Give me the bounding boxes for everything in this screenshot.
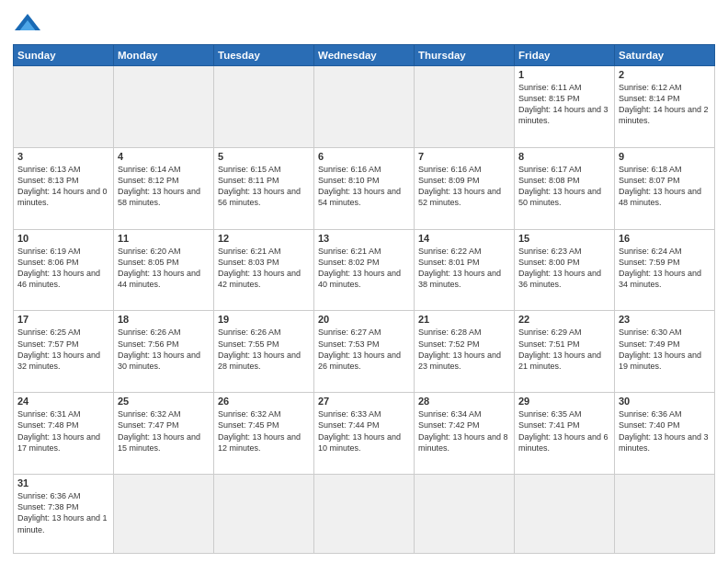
day-info: Sunrise: 6:22 AM Sunset: 8:01 PM Dayligh…: [418, 246, 510, 291]
calendar-cell: 9Sunrise: 6:18 AM Sunset: 8:07 PM Daylig…: [615, 147, 715, 229]
calendar-cell: 5Sunrise: 6:15 AM Sunset: 8:11 PM Daylig…: [214, 147, 314, 229]
day-number: 8: [518, 151, 610, 162]
day-number: 27: [318, 396, 410, 407]
calendar-table: SundayMondayTuesdayWednesdayThursdayFrid…: [13, 44, 715, 554]
calendar-cell: 21Sunrise: 6:28 AM Sunset: 7:52 PM Dayli…: [415, 311, 515, 393]
day-info: Sunrise: 6:21 AM Sunset: 8:02 PM Dayligh…: [318, 246, 410, 291]
calendar-cell: 30Sunrise: 6:36 AM Sunset: 7:40 PM Dayli…: [615, 393, 715, 475]
calendar-cell: 12Sunrise: 6:21 AM Sunset: 8:03 PM Dayli…: [214, 229, 314, 311]
day-info: Sunrise: 6:24 AM Sunset: 7:59 PM Dayligh…: [619, 246, 711, 291]
calendar-cell: [14, 66, 114, 148]
calendar-cell: 10Sunrise: 6:19 AM Sunset: 8:06 PM Dayli…: [14, 229, 114, 311]
day-info: Sunrise: 6:35 AM Sunset: 7:41 PM Dayligh…: [518, 408, 610, 454]
calendar-cell: 4Sunrise: 6:14 AM Sunset: 8:12 PM Daylig…: [114, 147, 214, 229]
day-info: Sunrise: 6:32 AM Sunset: 7:45 PM Dayligh…: [218, 408, 310, 454]
calendar-cell: 7Sunrise: 6:16 AM Sunset: 8:09 PM Daylig…: [415, 147, 515, 229]
calendar-cell: 31Sunrise: 6:36 AM Sunset: 7:38 PM Dayli…: [14, 475, 114, 554]
day-number: 13: [318, 233, 410, 244]
calendar-cell: 27Sunrise: 6:33 AM Sunset: 7:44 PM Dayli…: [314, 393, 415, 475]
weekday-header-wednesday: Wednesday: [314, 45, 415, 66]
calendar-cell: 23Sunrise: 6:30 AM Sunset: 7:49 PM Dayli…: [615, 311, 715, 393]
day-info: Sunrise: 6:13 AM Sunset: 8:13 PM Dayligh…: [17, 164, 109, 209]
day-info: Sunrise: 6:15 AM Sunset: 8:11 PM Dayligh…: [218, 164, 310, 209]
day-info: Sunrise: 6:31 AM Sunset: 7:48 PM Dayligh…: [17, 408, 109, 454]
day-number: 2: [619, 69, 711, 80]
calendar-cell: 16Sunrise: 6:24 AM Sunset: 7:59 PM Dayli…: [615, 229, 715, 311]
day-number: 26: [218, 396, 310, 407]
day-number: 19: [218, 314, 310, 325]
day-number: 11: [118, 233, 210, 244]
calendar-cell: 18Sunrise: 6:26 AM Sunset: 7:56 PM Dayli…: [114, 311, 214, 393]
calendar-cell: 2Sunrise: 6:12 AM Sunset: 8:14 PM Daylig…: [615, 66, 715, 148]
day-number: 14: [418, 233, 510, 244]
calendar-cell: [214, 475, 314, 554]
calendar-cell: 25Sunrise: 6:32 AM Sunset: 7:47 PM Dayli…: [114, 393, 214, 475]
day-info: Sunrise: 6:12 AM Sunset: 8:14 PM Dayligh…: [619, 82, 711, 127]
calendar-cell: 19Sunrise: 6:26 AM Sunset: 7:55 PM Dayli…: [214, 311, 314, 393]
calendar-cell: [415, 475, 515, 554]
day-number: 24: [17, 396, 109, 407]
day-info: Sunrise: 6:16 AM Sunset: 8:10 PM Dayligh…: [318, 164, 410, 209]
calendar-cell: [314, 66, 415, 148]
calendar-cell: 17Sunrise: 6:25 AM Sunset: 7:57 PM Dayli…: [14, 311, 114, 393]
day-info: Sunrise: 6:17 AM Sunset: 8:08 PM Dayligh…: [518, 164, 610, 209]
day-number: 1: [518, 69, 610, 80]
day-number: 10: [17, 233, 109, 244]
day-number: 16: [619, 233, 711, 244]
calendar-week-4: 24Sunrise: 6:31 AM Sunset: 7:48 PM Dayli…: [14, 393, 715, 475]
day-number: 12: [218, 233, 310, 244]
weekday-header-monday: Monday: [114, 45, 214, 66]
day-info: Sunrise: 6:33 AM Sunset: 7:44 PM Dayligh…: [318, 408, 410, 454]
calendar-cell: 24Sunrise: 6:31 AM Sunset: 7:48 PM Dayli…: [14, 393, 114, 475]
day-info: Sunrise: 6:32 AM Sunset: 7:47 PM Dayligh…: [118, 408, 210, 454]
day-info: Sunrise: 6:34 AM Sunset: 7:42 PM Dayligh…: [418, 408, 510, 454]
day-info: Sunrise: 6:16 AM Sunset: 8:09 PM Dayligh…: [418, 164, 510, 209]
day-info: Sunrise: 6:29 AM Sunset: 7:51 PM Dayligh…: [518, 327, 610, 372]
calendar-cell: 29Sunrise: 6:35 AM Sunset: 7:41 PM Dayli…: [515, 393, 615, 475]
day-number: 18: [118, 314, 210, 325]
calendar-cell: 11Sunrise: 6:20 AM Sunset: 8:05 PM Dayli…: [114, 229, 214, 311]
logo-icon: [15, 9, 40, 35]
day-number: 20: [318, 314, 410, 325]
day-info: Sunrise: 6:30 AM Sunset: 7:49 PM Dayligh…: [619, 327, 711, 372]
calendar-cell: [114, 475, 214, 554]
day-info: Sunrise: 6:14 AM Sunset: 8:12 PM Dayligh…: [118, 164, 210, 209]
calendar-week-1: 3Sunrise: 6:13 AM Sunset: 8:13 PM Daylig…: [14, 147, 715, 229]
day-number: 25: [118, 396, 210, 407]
day-info: Sunrise: 6:26 AM Sunset: 7:55 PM Dayligh…: [218, 327, 310, 372]
weekday-header-sunday: Sunday: [14, 45, 114, 66]
calendar-cell: 14Sunrise: 6:22 AM Sunset: 8:01 PM Dayli…: [415, 229, 515, 311]
calendar-cell: 22Sunrise: 6:29 AM Sunset: 7:51 PM Dayli…: [515, 311, 615, 393]
day-number: 7: [418, 151, 510, 162]
calendar-cell: [314, 475, 415, 554]
calendar-week-5: 31Sunrise: 6:36 AM Sunset: 7:38 PM Dayli…: [14, 475, 715, 554]
calendar-week-0: 1Sunrise: 6:11 AM Sunset: 8:15 PM Daylig…: [14, 66, 715, 148]
day-info: Sunrise: 6:19 AM Sunset: 8:06 PM Dayligh…: [17, 246, 109, 291]
day-number: 21: [418, 314, 510, 325]
calendar-cell: 13Sunrise: 6:21 AM Sunset: 8:02 PM Dayli…: [314, 229, 415, 311]
weekday-header-row: SundayMondayTuesdayWednesdayThursdayFrid…: [14, 45, 715, 66]
weekday-header-tuesday: Tuesday: [214, 45, 314, 66]
day-info: Sunrise: 6:11 AM Sunset: 8:15 PM Dayligh…: [518, 82, 610, 127]
calendar-cell: [615, 475, 715, 554]
calendar-week-2: 10Sunrise: 6:19 AM Sunset: 8:06 PM Dayli…: [14, 229, 715, 311]
weekday-header-saturday: Saturday: [615, 45, 715, 66]
calendar-cell: [114, 66, 214, 148]
day-info: Sunrise: 6:18 AM Sunset: 8:07 PM Dayligh…: [619, 164, 711, 209]
logo: [13, 13, 40, 39]
day-number: 15: [518, 233, 610, 244]
calendar-cell: 28Sunrise: 6:34 AM Sunset: 7:42 PM Dayli…: [415, 393, 515, 475]
calendar-cell: 15Sunrise: 6:23 AM Sunset: 8:00 PM Dayli…: [515, 229, 615, 311]
calendar-week-3: 17Sunrise: 6:25 AM Sunset: 7:57 PM Dayli…: [14, 311, 715, 393]
calendar-cell: 6Sunrise: 6:16 AM Sunset: 8:10 PM Daylig…: [314, 147, 415, 229]
calendar-cell: 3Sunrise: 6:13 AM Sunset: 8:13 PM Daylig…: [14, 147, 114, 229]
weekday-header-thursday: Thursday: [415, 45, 515, 66]
day-number: 22: [518, 314, 610, 325]
day-number: 4: [118, 151, 210, 162]
day-info: Sunrise: 6:36 AM Sunset: 7:38 PM Dayligh…: [17, 490, 109, 535]
header: [13, 9, 715, 39]
calendar-cell: 1Sunrise: 6:11 AM Sunset: 8:15 PM Daylig…: [515, 66, 615, 148]
calendar-cell: [415, 66, 515, 148]
calendar-cell: 8Sunrise: 6:17 AM Sunset: 8:08 PM Daylig…: [515, 147, 615, 229]
day-number: 31: [17, 477, 109, 488]
